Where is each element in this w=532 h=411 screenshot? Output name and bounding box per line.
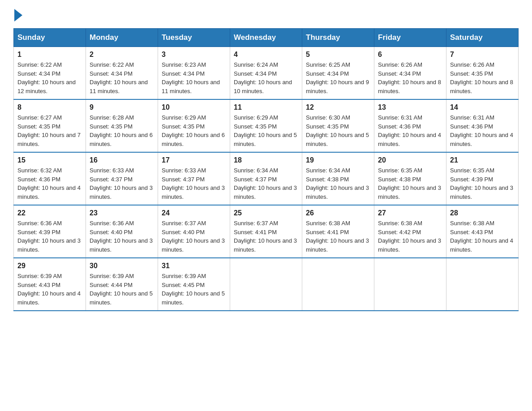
calendar-cell: 10 Sunrise: 6:29 AMSunset: 4:35 PMDaylig… [158, 99, 230, 152]
calendar-cell: 20 Sunrise: 6:35 AMSunset: 4:38 PMDaylig… [374, 152, 446, 205]
calendar-cell: 22 Sunrise: 6:36 AMSunset: 4:39 PMDaylig… [14, 205, 86, 258]
calendar-cell: 28 Sunrise: 6:38 AMSunset: 4:43 PMDaylig… [446, 205, 519, 258]
day-info: Sunrise: 6:32 AMSunset: 4:36 PMDaylight:… [17, 166, 82, 201]
day-info: Sunrise: 6:36 AMSunset: 4:40 PMDaylight:… [90, 219, 154, 254]
day-number: 7 [450, 51, 515, 59]
day-info: Sunrise: 6:33 AMSunset: 4:37 PMDaylight:… [90, 166, 154, 201]
day-number: 2 [90, 51, 154, 59]
day-number: 29 [17, 262, 82, 270]
day-info: Sunrise: 6:37 AMSunset: 4:40 PMDaylight:… [162, 219, 226, 254]
weekday-header-row: SundayMondayTuesdayWednesdayThursdayFrid… [14, 29, 519, 47]
day-number: 27 [378, 209, 442, 217]
day-info: Sunrise: 6:36 AMSunset: 4:39 PMDaylight:… [17, 219, 82, 254]
day-number: 28 [450, 209, 515, 217]
calendar-cell: 29 Sunrise: 6:39 AMSunset: 4:43 PMDaylig… [14, 258, 86, 311]
calendar-cell: 7 Sunrise: 6:26 AMSunset: 4:35 PMDayligh… [446, 47, 519, 100]
day-number: 19 [306, 156, 370, 164]
calendar-cell: 11 Sunrise: 6:29 AMSunset: 4:35 PMDaylig… [230, 99, 302, 152]
day-info: Sunrise: 6:26 AMSunset: 4:34 PMDaylight:… [378, 60, 442, 95]
calendar-cell: 15 Sunrise: 6:32 AMSunset: 4:36 PMDaylig… [14, 152, 86, 205]
day-info: Sunrise: 6:30 AMSunset: 4:35 PMDaylight:… [306, 113, 370, 148]
calendar-cell: 27 Sunrise: 6:38 AMSunset: 4:42 PMDaylig… [374, 205, 446, 258]
calendar-cell: 6 Sunrise: 6:26 AMSunset: 4:34 PMDayligh… [374, 47, 446, 100]
weekday-header-sunday: Sunday [14, 29, 86, 47]
day-info: Sunrise: 6:26 AMSunset: 4:35 PMDaylight:… [450, 60, 515, 95]
day-number: 24 [162, 209, 226, 217]
day-info: Sunrise: 6:22 AMSunset: 4:34 PMDaylight:… [17, 60, 82, 95]
day-info: Sunrise: 6:34 AMSunset: 4:38 PMDaylight:… [306, 166, 370, 201]
day-info: Sunrise: 6:23 AMSunset: 4:34 PMDaylight:… [162, 60, 226, 95]
page-header [13, 9, 519, 19]
day-number: 18 [234, 156, 298, 164]
day-info: Sunrise: 6:29 AMSunset: 4:35 PMDaylight:… [162, 113, 226, 148]
calendar-week-row: 8 Sunrise: 6:27 AMSunset: 4:35 PMDayligh… [14, 99, 519, 152]
logo-arrow-icon [14, 9, 22, 21]
calendar-cell: 1 Sunrise: 6:22 AMSunset: 4:34 PMDayligh… [14, 47, 86, 100]
calendar-header: SundayMondayTuesdayWednesdayThursdayFrid… [14, 29, 519, 47]
day-number: 6 [378, 51, 442, 59]
day-info: Sunrise: 6:33 AMSunset: 4:37 PMDaylight:… [162, 166, 226, 201]
calendar-cell: 21 Sunrise: 6:35 AMSunset: 4:39 PMDaylig… [446, 152, 519, 205]
calendar-cell: 12 Sunrise: 6:30 AMSunset: 4:35 PMDaylig… [302, 99, 374, 152]
calendar-cell [446, 258, 519, 311]
calendar-table: SundayMondayTuesdayWednesdayThursdayFrid… [13, 28, 519, 311]
calendar-cell: 14 Sunrise: 6:31 AMSunset: 4:36 PMDaylig… [446, 99, 519, 152]
day-info: Sunrise: 6:37 AMSunset: 4:41 PMDaylight:… [234, 219, 298, 254]
calendar-body: 1 Sunrise: 6:22 AMSunset: 4:34 PMDayligh… [14, 47, 519, 311]
logo-text [13, 9, 22, 21]
day-number: 14 [450, 103, 515, 111]
day-number: 16 [90, 156, 154, 164]
day-number: 4 [234, 51, 298, 59]
day-info: Sunrise: 6:31 AMSunset: 4:36 PMDaylight:… [378, 113, 442, 148]
calendar-cell [374, 258, 446, 311]
day-info: Sunrise: 6:38 AMSunset: 4:42 PMDaylight:… [378, 219, 442, 254]
calendar-cell: 31 Sunrise: 6:39 AMSunset: 4:45 PMDaylig… [158, 258, 230, 311]
day-info: Sunrise: 6:25 AMSunset: 4:34 PMDaylight:… [306, 60, 370, 95]
calendar-cell: 19 Sunrise: 6:34 AMSunset: 4:38 PMDaylig… [302, 152, 374, 205]
calendar-cell: 17 Sunrise: 6:33 AMSunset: 4:37 PMDaylig… [158, 152, 230, 205]
day-info: Sunrise: 6:39 AMSunset: 4:45 PMDaylight:… [162, 272, 226, 307]
day-info: Sunrise: 6:34 AMSunset: 4:37 PMDaylight:… [234, 166, 298, 201]
calendar-cell: 23 Sunrise: 6:36 AMSunset: 4:40 PMDaylig… [86, 205, 158, 258]
calendar-cell [230, 258, 302, 311]
day-number: 9 [90, 103, 154, 111]
day-info: Sunrise: 6:31 AMSunset: 4:36 PMDaylight:… [450, 113, 515, 148]
day-number: 1 [17, 51, 82, 59]
day-number: 21 [450, 156, 515, 164]
calendar-cell: 5 Sunrise: 6:25 AMSunset: 4:34 PMDayligh… [302, 47, 374, 100]
calendar-week-row: 15 Sunrise: 6:32 AMSunset: 4:36 PMDaylig… [14, 152, 519, 205]
calendar-cell: 18 Sunrise: 6:34 AMSunset: 4:37 PMDaylig… [230, 152, 302, 205]
day-number: 26 [306, 209, 370, 217]
calendar-cell: 9 Sunrise: 6:28 AMSunset: 4:35 PMDayligh… [86, 99, 158, 152]
day-number: 17 [162, 156, 226, 164]
day-info: Sunrise: 6:38 AMSunset: 4:43 PMDaylight:… [450, 219, 515, 254]
calendar-week-row: 29 Sunrise: 6:39 AMSunset: 4:43 PMDaylig… [14, 258, 519, 311]
day-info: Sunrise: 6:38 AMSunset: 4:41 PMDaylight:… [306, 219, 370, 254]
weekday-header-tuesday: Tuesday [158, 29, 230, 47]
weekday-header-wednesday: Wednesday [230, 29, 302, 47]
day-number: 12 [306, 103, 370, 111]
day-number: 20 [378, 156, 442, 164]
calendar-week-row: 1 Sunrise: 6:22 AMSunset: 4:34 PMDayligh… [14, 47, 519, 100]
day-number: 5 [306, 51, 370, 59]
weekday-header-thursday: Thursday [302, 29, 374, 47]
day-number: 13 [378, 103, 442, 111]
calendar-cell: 24 Sunrise: 6:37 AMSunset: 4:40 PMDaylig… [158, 205, 230, 258]
weekday-header-saturday: Saturday [446, 29, 519, 47]
day-number: 22 [17, 209, 82, 217]
day-info: Sunrise: 6:35 AMSunset: 4:39 PMDaylight:… [450, 166, 515, 201]
calendar-cell: 26 Sunrise: 6:38 AMSunset: 4:41 PMDaylig… [302, 205, 374, 258]
calendar-cell: 3 Sunrise: 6:23 AMSunset: 4:34 PMDayligh… [158, 47, 230, 100]
calendar-cell: 25 Sunrise: 6:37 AMSunset: 4:41 PMDaylig… [230, 205, 302, 258]
day-number: 23 [90, 209, 154, 217]
day-info: Sunrise: 6:29 AMSunset: 4:35 PMDaylight:… [234, 113, 298, 148]
day-number: 11 [234, 103, 298, 111]
day-number: 10 [162, 103, 226, 111]
calendar-cell: 2 Sunrise: 6:22 AMSunset: 4:34 PMDayligh… [86, 47, 158, 100]
calendar-cell: 4 Sunrise: 6:24 AMSunset: 4:34 PMDayligh… [230, 47, 302, 100]
day-info: Sunrise: 6:24 AMSunset: 4:34 PMDaylight:… [234, 60, 298, 95]
weekday-header-friday: Friday [374, 29, 446, 47]
calendar-cell: 8 Sunrise: 6:27 AMSunset: 4:35 PMDayligh… [14, 99, 86, 152]
day-info: Sunrise: 6:39 AMSunset: 4:43 PMDaylight:… [17, 272, 82, 307]
day-number: 3 [162, 51, 226, 59]
